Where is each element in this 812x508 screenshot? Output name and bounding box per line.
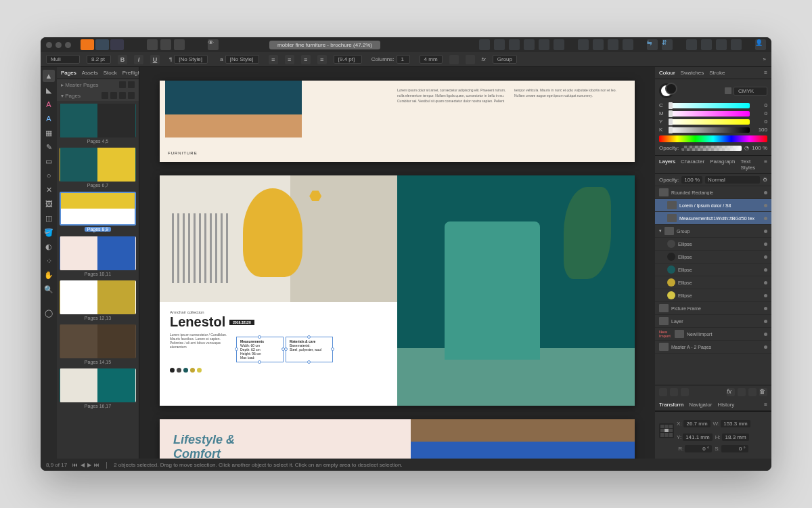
w-input[interactable]: 153.3 mm bbox=[721, 420, 750, 427]
master-pages-header[interactable]: ▸ Master Pages bbox=[57, 79, 139, 90]
ellipse-tool[interactable]: ○ bbox=[43, 169, 55, 182]
page-thumb[interactable]: Pages 12,13 bbox=[60, 280, 136, 320]
page-thumb[interactable]: Pages 8,9 bbox=[60, 192, 136, 232]
zoom-tool[interactable]: 🔍 bbox=[43, 283, 55, 295]
align-right-button[interactable]: ≡ bbox=[301, 55, 311, 64]
layer-action-icon[interactable] bbox=[738, 388, 746, 396]
layer-action-icon[interactable] bbox=[659, 388, 667, 396]
opacity-slider[interactable] bbox=[681, 146, 742, 151]
persona-tabs[interactable] bbox=[81, 39, 124, 50]
font-family-dropdown[interactable]: Muli bbox=[46, 55, 80, 64]
table-tool[interactable]: ▦ bbox=[43, 127, 55, 139]
pen-tool[interactable]: ✎ bbox=[43, 141, 55, 153]
textwrap-button[interactable] bbox=[466, 55, 475, 64]
selected-text-frame[interactable]: MeasurementsWidth: 60 cmDepth: 62 cmHeig… bbox=[236, 337, 284, 362]
y-input[interactable]: 141.1 mm bbox=[683, 433, 713, 441]
layer-item[interactable]: ▾ Group bbox=[655, 225, 771, 238]
layer-item[interactable]: Ellipse bbox=[655, 251, 771, 263]
swatches-tab[interactable]: Swatches bbox=[681, 70, 704, 76]
panel-menu-icon[interactable]: ≡ bbox=[764, 158, 767, 171]
character-tab[interactable]: Character bbox=[681, 158, 704, 171]
pages-header[interactable]: ▾ Pages bbox=[57, 90, 139, 101]
layers-tab[interactable]: Layers bbox=[659, 158, 675, 171]
para-style-dropdown[interactable]: [No Style] bbox=[174, 55, 208, 64]
bold-button[interactable]: B bbox=[118, 55, 127, 64]
layer-item[interactable]: Ellipse bbox=[655, 263, 771, 276]
toolbar-icon[interactable] bbox=[160, 39, 171, 50]
layer-item[interactable]: Lorem / Ipsum dolor / Sit bbox=[655, 199, 771, 212]
group-button[interactable]: Group bbox=[493, 55, 517, 64]
shape-tool[interactable]: ▭ bbox=[43, 155, 55, 167]
rotation-input[interactable]: 0 ° bbox=[685, 445, 712, 452]
navigator-tab[interactable]: Navigator bbox=[689, 402, 712, 408]
opacity-value[interactable]: 100 % bbox=[752, 145, 767, 151]
frame-text-tool[interactable]: A bbox=[43, 112, 55, 125]
spread-10-11[interactable]: Lifestyle &Comfort bbox=[160, 419, 635, 459]
pan-tool[interactable]: ✋ bbox=[43, 269, 55, 281]
align-icon[interactable] bbox=[554, 39, 564, 50]
colour-mode-dropdown[interactable]: CMYK bbox=[734, 87, 767, 96]
layer-item[interactable]: Measurements#1Width:#BG#50 tex bbox=[655, 212, 771, 225]
panel-menu-icon[interactable]: ≡ bbox=[764, 402, 767, 408]
underline-button[interactable]: U bbox=[150, 55, 160, 64]
layer-item[interactable]: Rounded Rectangle bbox=[655, 186, 771, 199]
page-thumb[interactable]: Pages 4,5 bbox=[60, 104, 136, 144]
assets-tab[interactable]: Assets bbox=[82, 70, 98, 76]
text-tool[interactable]: A bbox=[43, 98, 55, 110]
colour-tab[interactable]: Colour bbox=[659, 70, 675, 76]
fill-tool[interactable]: 🪣 bbox=[43, 226, 55, 238]
transform-tab[interactable]: Transform bbox=[659, 402, 683, 408]
first-page-icon[interactable]: ⏮ bbox=[72, 462, 78, 468]
align-icon[interactable] bbox=[494, 39, 505, 50]
menu-icon[interactable]: » bbox=[763, 56, 766, 62]
fx-icon[interactable]: fx bbox=[727, 388, 735, 396]
selected-text-frame[interactable]: Materials & careBasematerial:Steel, poly… bbox=[286, 337, 333, 362]
pages-tab[interactable]: Pages bbox=[61, 70, 76, 76]
anchor-point-selector[interactable] bbox=[659, 423, 674, 438]
colour-slider[interactable] bbox=[669, 103, 750, 108]
history-tab[interactable]: History bbox=[717, 402, 734, 408]
fill-stroke-swatch[interactable]: ◯ bbox=[43, 305, 55, 321]
layer-item[interactable]: Master A - 2 Pages bbox=[655, 341, 771, 354]
layer-item[interactable]: Picture Frame bbox=[655, 302, 771, 315]
arrange-icon[interactable] bbox=[623, 39, 633, 50]
align-justify-button[interactable]: ≡ bbox=[317, 55, 327, 64]
page-thumb[interactable]: Pages 16,17 bbox=[60, 368, 136, 408]
trash-icon[interactable]: 🗑 bbox=[759, 388, 767, 396]
layer-item[interactable]: Ellipse bbox=[655, 289, 771, 302]
baseline-button[interactable] bbox=[449, 55, 459, 64]
layer-item[interactable]: Ellipse bbox=[655, 238, 771, 251]
flip-icon[interactable]: ⇋ bbox=[647, 39, 658, 50]
node-tool[interactable]: ◣ bbox=[43, 84, 55, 96]
page-thumb[interactable]: Pages 10,11 bbox=[60, 236, 136, 276]
panel-menu-icon[interactable]: ≡ bbox=[764, 70, 767, 76]
align-center-button[interactable]: ≡ bbox=[285, 55, 294, 64]
prev-page-icon[interactable]: ◀ bbox=[81, 462, 85, 468]
preview-icon[interactable]: 👁 bbox=[208, 39, 219, 50]
next-page-icon[interactable]: ▶ bbox=[87, 462, 91, 468]
snap-icon[interactable] bbox=[701, 39, 712, 50]
h-input[interactable]: 18.3 mm bbox=[722, 433, 749, 441]
colour-slider[interactable] bbox=[669, 119, 750, 125]
arrange-icon[interactable] bbox=[593, 39, 604, 50]
layer-action-icon[interactable] bbox=[670, 388, 678, 396]
italic-button[interactable]: I bbox=[134, 55, 143, 64]
align-icon[interactable] bbox=[479, 39, 490, 50]
transparency-tool[interactable]: ◐ bbox=[43, 240, 55, 253]
window-controls[interactable] bbox=[46, 42, 71, 48]
page-indicator[interactable]: 8,9 of 17 bbox=[46, 462, 67, 468]
last-page-icon[interactable]: ⏭ bbox=[94, 462, 99, 468]
textstyles-tab[interactable]: Text Styles bbox=[741, 158, 759, 171]
layer-item[interactable]: Ellipse bbox=[655, 276, 771, 289]
colour-slider[interactable] bbox=[669, 111, 750, 117]
font-size-dropdown[interactable]: 8.2 pt bbox=[87, 55, 111, 64]
leading-dropdown[interactable]: [9.4 pt] bbox=[334, 55, 362, 64]
snap-icon[interactable] bbox=[686, 39, 697, 50]
layer-action-icon[interactable] bbox=[681, 388, 689, 396]
fill-stroke-selector[interactable] bbox=[659, 83, 674, 98]
arrange-icon[interactable] bbox=[578, 39, 589, 50]
page-thumb[interactable]: Pages 14,15 bbox=[60, 324, 136, 364]
blend-mode-dropdown[interactable]: Normal bbox=[705, 176, 760, 184]
arrange-icon[interactable] bbox=[608, 39, 618, 50]
columns-input[interactable]: 1 bbox=[397, 55, 410, 64]
